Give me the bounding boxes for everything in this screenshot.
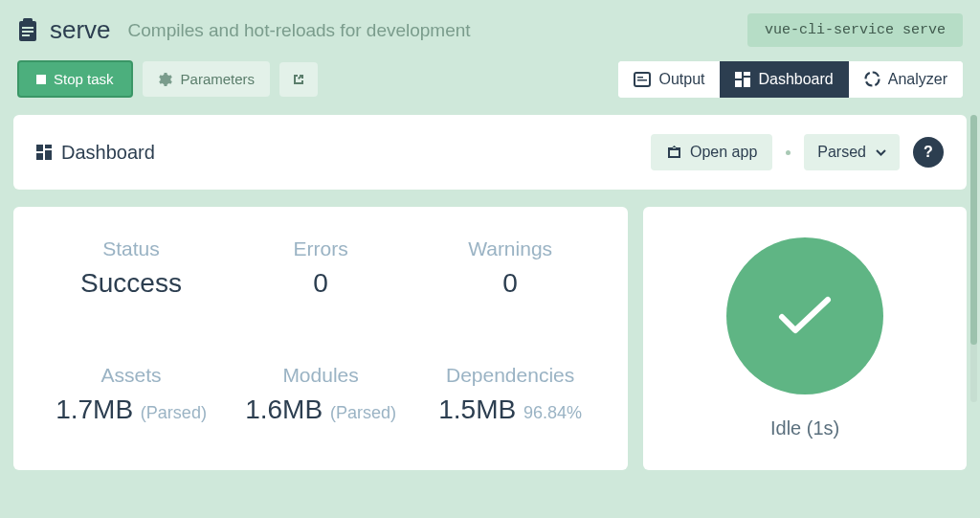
svg-rect-10: [735, 80, 742, 87]
command-display: vue-cli-service serve: [747, 13, 963, 47]
svg-rect-3: [22, 31, 33, 33]
header-bar: serve Compiles and hot-reloads for devel…: [0, 0, 980, 56]
view-toggle: Output Dashboard Analyzer: [618, 61, 963, 98]
stat-assets-value: 1.7MB (Parsed): [36, 394, 226, 425]
stat-dependencies-value: 1.5MB 96.84%: [415, 394, 605, 425]
parsed-dropdown-label: Parsed: [817, 144, 866, 161]
help-button[interactable]: ?: [913, 137, 944, 168]
panel-title: Dashboard: [36, 142, 155, 164]
tab-output-label: Output: [658, 71, 704, 88]
stat-errors-value: 0: [226, 268, 415, 299]
dashboard-panel-header: Dashboard Open app Parsed ?: [13, 115, 967, 190]
tab-analyzer[interactable]: Analyzer: [849, 61, 963, 98]
tab-dashboard-label: Dashboard: [758, 71, 833, 88]
status-indicator-card: Idle (1s): [643, 207, 967, 470]
stop-task-label: Stop task: [54, 71, 114, 87]
stat-errors: Errors 0: [226, 237, 415, 299]
separator-dot: [786, 150, 791, 155]
open-app-label: Open app: [690, 144, 757, 161]
svg-rect-6: [637, 77, 643, 79]
clipboard-icon: [17, 18, 38, 43]
stat-modules: Modules 1.6MB (Parsed): [226, 364, 415, 425]
panel-title-text: Dashboard: [61, 142, 155, 164]
stat-assets-label: Assets: [36, 364, 226, 387]
action-bar: Stop task Parameters Output Dashboard: [0, 56, 980, 115]
stat-warnings-value: 0: [415, 268, 605, 299]
stat-assets: Assets 1.7MB (Parsed): [36, 364, 226, 425]
svg-rect-8: [735, 72, 742, 79]
idle-status-text: Idle (1s): [770, 417, 839, 439]
check-icon: [776, 294, 834, 338]
dashboard-icon: [735, 72, 750, 87]
tab-output[interactable]: Output: [618, 61, 720, 98]
panel-actions: Open app Parsed ?: [651, 134, 944, 170]
external-link-icon: [291, 72, 306, 87]
stat-dependencies: Dependencies 1.5MB 96.84%: [415, 364, 605, 425]
stat-status: Status Success: [36, 237, 226, 299]
svg-rect-13: [36, 145, 43, 151]
stats-card: Status Success Errors 0 Warnings 0 Asset…: [13, 207, 628, 470]
svg-rect-2: [22, 27, 33, 29]
svg-rect-1: [23, 18, 33, 23]
stats-row: Status Success Errors 0 Warnings 0 Asset…: [13, 207, 967, 470]
task-title-group: serve: [17, 15, 111, 45]
output-icon: [634, 72, 651, 87]
scrollbar-thumb[interactable]: [970, 115, 977, 345]
svg-rect-9: [744, 72, 750, 76]
chevron-down-icon: [876, 149, 886, 156]
svg-rect-14: [45, 145, 52, 148]
help-label: ?: [924, 144, 933, 161]
dashboard-grid-icon: [36, 145, 52, 160]
scrollbar[interactable]: [970, 115, 977, 402]
stat-dependencies-label: Dependencies: [415, 364, 605, 387]
svg-rect-16: [45, 150, 52, 160]
stat-errors-label: Errors: [226, 237, 415, 260]
tab-dashboard[interactable]: Dashboard: [720, 61, 848, 98]
svg-rect-4: [22, 34, 30, 36]
analyzer-icon: [864, 71, 880, 87]
stat-status-value: Success: [36, 268, 226, 299]
stat-warnings-label: Warnings: [415, 237, 605, 260]
svg-rect-15: [36, 153, 43, 160]
success-check-circle: [726, 237, 883, 394]
stat-modules-label: Modules: [226, 364, 415, 387]
stop-icon: [36, 75, 46, 84]
stat-warnings: Warnings 0: [415, 237, 605, 299]
parsed-dropdown[interactable]: Parsed: [804, 134, 900, 170]
parameters-label: Parameters: [181, 71, 256, 87]
svg-rect-11: [744, 78, 750, 87]
gear-icon: [158, 72, 173, 87]
task-description: Compiles and hot-reloads for development: [128, 20, 471, 41]
task-name: serve: [50, 15, 111, 45]
parameters-button[interactable]: Parameters: [143, 61, 271, 97]
stat-modules-value: 1.6MB (Parsed): [226, 394, 415, 425]
stat-status-label: Status: [36, 237, 226, 260]
external-link-button[interactable]: [279, 62, 318, 97]
tab-analyzer-label: Analyzer: [888, 71, 947, 88]
svg-rect-7: [637, 79, 647, 81]
svg-point-12: [865, 73, 879, 86]
stop-task-button[interactable]: Stop task: [17, 60, 133, 98]
open-app-icon: [666, 146, 682, 160]
open-app-button[interactable]: Open app: [651, 134, 772, 170]
